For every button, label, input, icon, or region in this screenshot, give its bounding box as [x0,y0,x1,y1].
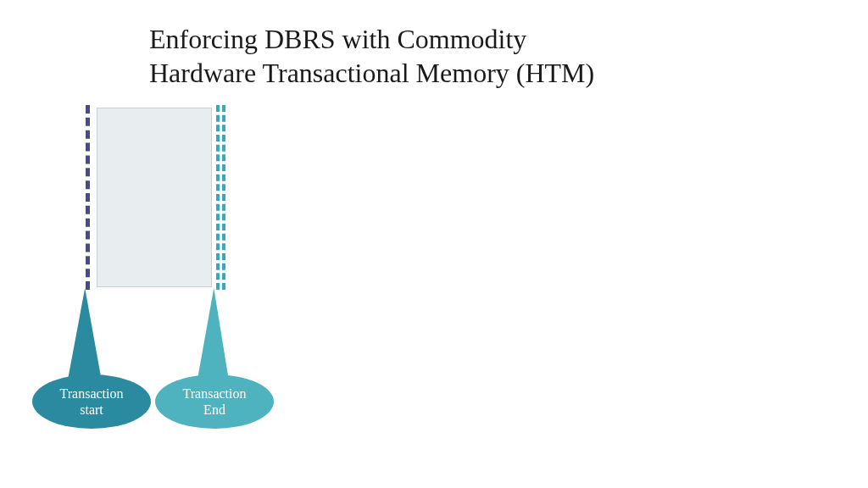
callout-start: Transaction start [32,374,151,429]
tx-end-boundary-a [216,105,220,290]
page-title: Enforcing DBRS with Commodity Hardware T… [149,22,594,90]
callout-end-line2: End [203,402,225,417]
title-line-2: Hardware Transactional Memory (HTM) [149,58,594,88]
tx-start-boundary [86,105,90,290]
callout-end: Transaction End [155,374,274,429]
callout-end-line1: Transaction [183,386,247,401]
callout-start-line2: start [80,402,103,417]
transaction-region [97,108,212,287]
tx-end-boundary-b [222,105,225,290]
callout-start-line1: Transaction [60,386,124,401]
title-line-1: Enforcing DBRS with Commodity [149,24,526,54]
